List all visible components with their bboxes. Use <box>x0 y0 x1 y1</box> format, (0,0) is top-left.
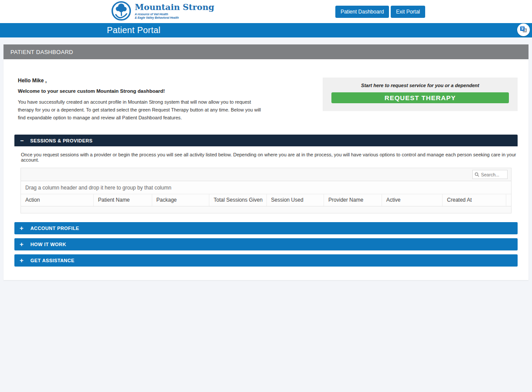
request-therapy-hint: Start here to request service for you or… <box>331 83 509 88</box>
request-therapy-box: Start here to request service for you or… <box>323 78 518 111</box>
patient-dashboard-button[interactable]: Patient Dashboard <box>335 6 389 18</box>
mountain-strong-logo: Mountain Strong A resource of Vail Healt… <box>111 1 214 23</box>
plus-icon: + <box>20 225 24 231</box>
header-buttons: Patient Dashboard Exit Portal <box>335 6 425 18</box>
request-therapy-button[interactable]: REQUEST THERAPY <box>331 92 509 103</box>
translate-button[interactable] <box>517 24 530 36</box>
accordion-account-profile-label: ACCOUNT PROFILE <box>31 226 79 231</box>
sessions-table: Action Patient Name Package Total Sessio… <box>21 194 511 213</box>
patient-dashboard-card: PATIENT DASHBOARD Hello Mike , Welcome t… <box>3 44 529 280</box>
logo-tagline: A resource of Vail Health & Eagle Valley… <box>135 13 214 20</box>
plus-icon: + <box>20 257 24 264</box>
welcome-subtitle: Welcome to your secure custom Mountain S… <box>18 88 267 94</box>
plus-icon: + <box>20 241 24 247</box>
sessions-grid: Drag a column header and drop it here to… <box>20 168 512 213</box>
grid-toolbar <box>21 168 511 181</box>
portal-bar: Patient Portal <box>0 23 532 37</box>
patient-dashboard-bar-title: PATIENT DASHBOARD <box>10 49 73 55</box>
welcome-section: Hello Mike , Welcome to your secure cust… <box>14 78 518 122</box>
column-header-session-used[interactable]: Session Used <box>266 194 324 206</box>
grid-group-drop-area[interactable]: Drag a column header and drop it here to… <box>21 181 511 194</box>
mountain-strong-tree-logo-icon <box>111 1 131 23</box>
dashboard-body: Hello Mike , Welcome to your secure cust… <box>3 59 529 280</box>
accordion-how-it-work-label: HOW IT WORK <box>31 242 66 247</box>
column-header-created-at[interactable]: Created At <box>443 194 506 206</box>
translate-icon <box>520 26 527 34</box>
search-input[interactable] <box>481 172 505 177</box>
column-header-patient-name[interactable]: Patient Name <box>93 194 152 206</box>
logo-tagline-line2: & Eagle Valley Behavioral Health <box>135 16 214 20</box>
accordion-get-assistance[interactable]: + GET ASSISTANCE <box>14 254 518 267</box>
logo-title: Mountain Strong <box>135 3 214 12</box>
column-header-total-sessions-given[interactable]: Total Sessions Given <box>209 194 267 206</box>
sessions-providers-header[interactable]: − SESSIONS & PROVIDERS <box>14 135 518 146</box>
patient-dashboard-bar: PATIENT DASHBOARD <box>3 44 529 59</box>
column-header-spacer <box>506 194 511 206</box>
accordion-get-assistance-label: GET ASSISTANCE <box>31 258 75 263</box>
top-header: Mountain Strong A resource of Vail Healt… <box>0 0 532 23</box>
accordion-how-it-work[interactable]: + HOW IT WORK <box>14 238 518 250</box>
collapse-icon[interactable]: − <box>20 138 24 144</box>
sessions-providers-description: Once you request sessions with a provide… <box>21 152 518 162</box>
column-header-package[interactable]: Package <box>152 194 209 206</box>
welcome-body-text: You have successfully created an account… <box>18 98 267 122</box>
grid-group-hint: Drag a column header and drop it here to… <box>25 185 171 191</box>
logo-text: Mountain Strong A resource of Vail Healt… <box>135 3 214 20</box>
accordion-account-profile[interactable]: + ACCOUNT PROFILE <box>14 222 518 234</box>
welcome-text-block: Hello Mike , Welcome to your secure cust… <box>14 78 267 122</box>
page-title: Patient Portal <box>107 25 160 35</box>
grid-search-box <box>472 170 508 179</box>
logo-tagline-line1: A resource of Vail Health <box>135 13 214 16</box>
greeting-text: Hello Mike , <box>18 78 267 84</box>
column-header-active[interactable]: Active <box>382 194 442 206</box>
search-icon <box>474 171 479 179</box>
sessions-providers-title: SESSIONS & PROVIDERS <box>30 138 92 143</box>
exit-portal-button[interactable]: Exit Portal <box>391 6 425 18</box>
column-header-provider-name[interactable]: Provider Name <box>324 194 382 206</box>
sessions-providers-panel: − SESSIONS & PROVIDERS Once you request … <box>14 135 518 213</box>
table-header-row: Action Patient Name Package Total Sessio… <box>21 194 511 206</box>
column-header-action[interactable]: Action <box>21 194 93 206</box>
table-empty-row <box>21 206 511 213</box>
